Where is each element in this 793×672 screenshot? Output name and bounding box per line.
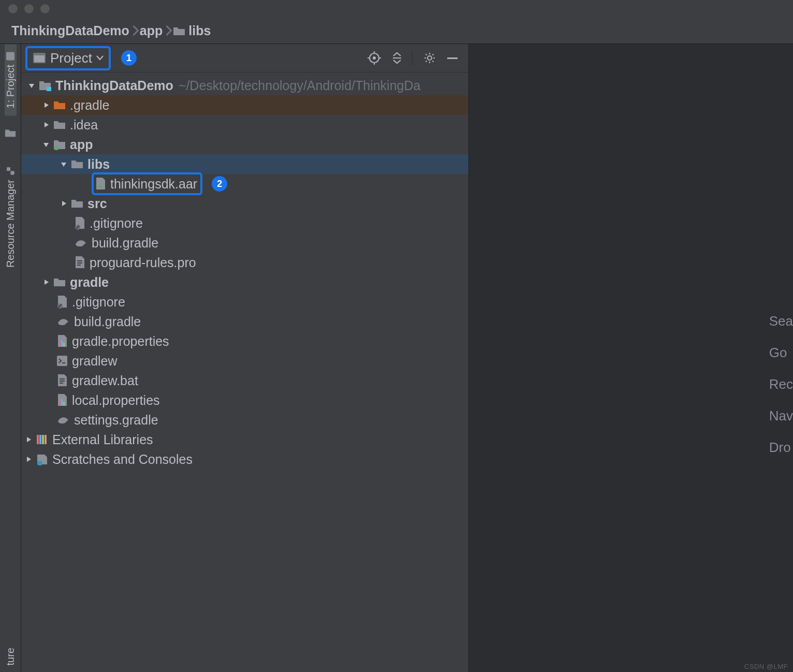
project-tool-window: Project 1 — [21, 44, 469, 672]
watermark-text: CSDN @LMF — [744, 663, 788, 670]
svg-rect-14 — [59, 342, 61, 346]
svg-rect-10 — [47, 87, 51, 91]
zoom-window-icon[interactable] — [40, 4, 50, 13]
folder-icon — [53, 120, 66, 130]
svg-rect-0 — [6, 52, 14, 60]
tree-root-project[interactable]: ThinkingDataDemo ~/Desktop/technology/An… — [21, 76, 468, 95]
properties-file-icon — [56, 393, 68, 407]
chevron-down-icon — [96, 55, 104, 61]
tree-item-gitignore-app[interactable]: .gitignore — [21, 213, 468, 233]
chevron-right-icon[interactable] — [39, 98, 53, 112]
module-icon — [39, 80, 51, 91]
folder-icon — [53, 100, 66, 110]
editor-tips: Sea Go Rec Nav Dro — [769, 313, 793, 456]
gradle-file-icon — [56, 414, 70, 426]
svg-rect-24 — [45, 435, 47, 444]
tree-item-gradle-properties[interactable]: gradle.properties — [21, 331, 468, 351]
svg-rect-15 — [61, 340, 63, 346]
tool-tab-bottom[interactable]: ture — [5, 640, 17, 672]
tool-window-stripe-left: 1: Project Resource Manager ture — [0, 44, 21, 672]
svg-rect-16 — [63, 343, 65, 346]
tree-item-gitignore-root[interactable]: .gitignore — [21, 292, 468, 312]
properties-file-icon — [56, 334, 68, 348]
breadcrumb-item-project[interactable]: ThinkingDataDemo — [11, 23, 131, 38]
project-icon — [6, 51, 15, 61]
folder-icon — [71, 159, 83, 169]
text-file-icon — [74, 256, 85, 269]
hide-panel-button[interactable] — [444, 49, 461, 67]
chevron-right-icon[interactable] — [21, 432, 36, 447]
svg-rect-18 — [59, 401, 61, 405]
locate-button[interactable] — [365, 49, 383, 67]
breadcrumb-item-libs[interactable]: libs — [173, 23, 213, 38]
shell-file-icon — [56, 355, 68, 367]
folder-icon — [5, 128, 16, 138]
resource-manager-icon — [6, 166, 15, 176]
svg-point-8 — [428, 56, 432, 60]
tree-item-app[interactable]: app — [21, 135, 468, 154]
aar-file-icon — [95, 177, 106, 191]
project-view-icon — [33, 52, 46, 64]
svg-rect-17 — [57, 356, 67, 366]
project-tree[interactable]: ThinkingDataDemo ~/Desktop/technology/An… — [21, 72, 468, 672]
chevron-right-icon[interactable] — [21, 452, 36, 466]
tree-item-gradle-cache[interactable]: .gradle — [21, 95, 468, 115]
tree-item-build-gradle-root[interactable]: build.gradle — [21, 312, 468, 331]
chevron-right-icon[interactable] — [39, 118, 53, 132]
scratches-icon — [36, 453, 48, 465]
folder-icon — [71, 198, 83, 209]
text-file-icon — [56, 374, 68, 387]
chevron-right-icon — [165, 24, 173, 37]
chevron-right-icon[interactable] — [56, 196, 71, 211]
tree-item-idea[interactable]: .idea — [21, 115, 468, 135]
chevron-down-icon[interactable] — [39, 137, 53, 152]
svg-rect-4 — [34, 55, 45, 62]
tree-item-aar[interactable]: thinkingsdk.aar 2 — [21, 174, 468, 194]
module-folder-icon — [53, 139, 66, 150]
svg-rect-20 — [63, 402, 65, 405]
tree-hint-path: ~/Desktop/technology/Android/ThinkingDa — [179, 78, 421, 93]
tree-item-local-properties[interactable]: local.properties — [21, 390, 468, 410]
gitignore-file-icon — [74, 216, 85, 230]
tree-item-external-libraries[interactable]: External Libraries — [21, 430, 468, 449]
annotation-callout-1: 1 — [121, 50, 137, 66]
tree-item-src[interactable]: src — [21, 194, 468, 213]
tree-item-libs[interactable]: libs — [21, 154, 468, 174]
macos-title-bar — [0, 0, 793, 18]
gradle-file-icon — [56, 316, 70, 327]
tree-item-gradlew[interactable]: gradlew — [21, 351, 468, 371]
folder-icon — [53, 277, 66, 287]
breadcrumb-item-app[interactable]: app — [140, 23, 165, 38]
tree-item-proguard[interactable]: proguard-rules.pro — [21, 253, 468, 272]
breadcrumb: ThinkingDataDemo app libs — [0, 18, 793, 44]
tree-item-build-gradle-app[interactable]: build.gradle — [21, 233, 468, 253]
chevron-down-icon[interactable] — [24, 78, 39, 93]
svg-rect-19 — [61, 399, 63, 405]
tree-label: ThinkingDataDemo — [55, 78, 173, 93]
tool-tab-resource-manager[interactable]: Resource Manager — [5, 159, 17, 275]
minimize-window-icon[interactable] — [24, 4, 34, 13]
annotation-callout-2: 2 — [212, 176, 227, 192]
svg-rect-22 — [39, 435, 41, 444]
svg-rect-21 — [37, 435, 39, 444]
gitignore-file-icon — [56, 295, 68, 309]
svg-point-1 — [10, 171, 14, 175]
chevron-right-icon[interactable] — [39, 275, 53, 289]
chevron-down-icon[interactable] — [56, 157, 71, 171]
settings-button[interactable] — [421, 49, 438, 67]
tree-item-scratches[interactable]: Scratches and Consoles — [21, 449, 468, 469]
svg-rect-23 — [42, 435, 44, 444]
tree-item-gradle-dir[interactable]: gradle — [21, 272, 468, 292]
tree-item-gradlew-bat[interactable]: gradlew.bat — [21, 371, 468, 390]
svg-rect-7 — [393, 57, 401, 59]
chevron-right-icon — [131, 24, 140, 37]
editor-placeholder: Sea Go Rec Nav Dro CSDN @LMF — [469, 44, 793, 672]
gradle-file-icon — [74, 237, 87, 249]
close-window-icon[interactable] — [8, 4, 18, 13]
tree-item-settings-gradle[interactable]: settings.gradle — [21, 410, 468, 430]
folder-icon — [173, 26, 184, 35]
library-icon — [36, 433, 48, 446]
tool-tab-project[interactable]: 1: Project — [5, 44, 17, 115]
collapse-all-button[interactable] — [388, 49, 406, 67]
project-view-selector[interactable]: Project — [25, 46, 111, 70]
